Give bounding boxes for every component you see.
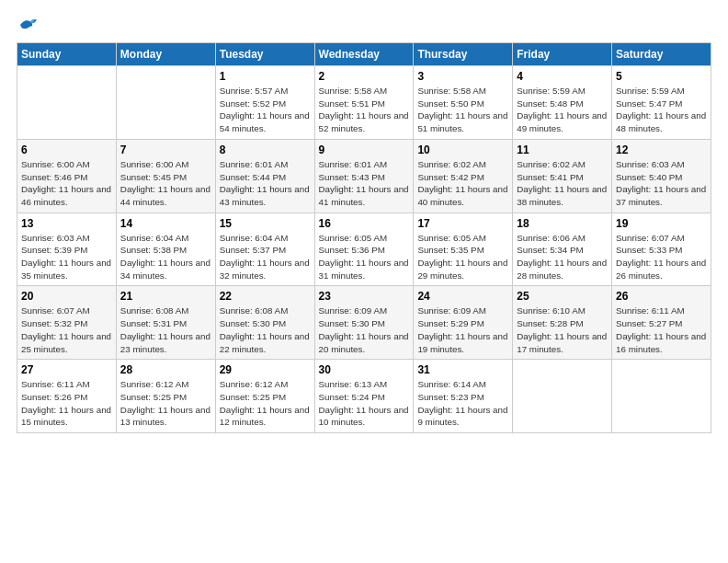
calendar-cell: 9Sunrise: 6:01 AMSunset: 5:43 PMDaylight… (314, 139, 414, 213)
calendar-cell: 18Sunrise: 6:06 AMSunset: 5:34 PMDayligh… (513, 213, 612, 286)
calendar-cell: 24Sunrise: 6:09 AMSunset: 5:29 PMDayligh… (414, 286, 513, 360)
calendar-cell: 21Sunrise: 6:08 AMSunset: 5:31 PMDayligh… (116, 286, 215, 360)
calendar-cell: 17Sunrise: 6:05 AMSunset: 5:35 PMDayligh… (414, 213, 513, 286)
header (17, 17, 711, 33)
day-info: Sunrise: 6:04 AMSunset: 5:38 PMDaylight:… (120, 232, 211, 282)
day-number: 5 (616, 70, 707, 83)
day-info: Sunrise: 6:09 AMSunset: 5:29 PMDaylight:… (417, 304, 508, 355)
weekday-header-friday: Friday (513, 43, 612, 66)
day-number: 25 (517, 290, 608, 303)
day-info: Sunrise: 5:57 AMSunset: 5:52 PMDaylight:… (220, 85, 311, 135)
day-number: 4 (517, 70, 608, 83)
day-number: 24 (417, 290, 508, 303)
calendar-table: SundayMondayTuesdayWednesdayThursdayFrid… (17, 42, 711, 433)
weekday-header-wednesday: Wednesday (314, 43, 414, 66)
calendar-cell: 2Sunrise: 5:58 AMSunset: 5:51 PMDaylight… (314, 66, 414, 140)
day-info: Sunrise: 5:59 AMSunset: 5:48 PMDaylight:… (517, 85, 608, 135)
calendar-cell: 1Sunrise: 5:57 AMSunset: 5:52 PMDaylight… (215, 66, 314, 140)
day-number: 26 (616, 290, 707, 303)
day-info: Sunrise: 6:05 AMSunset: 5:36 PMDaylight:… (319, 232, 410, 282)
day-info: Sunrise: 6:06 AMSunset: 5:34 PMDaylight:… (517, 232, 608, 282)
calendar-page: SundayMondayTuesdayWednesdayThursdayFrid… (0, 0, 728, 563)
day-number: 27 (21, 363, 112, 376)
calendar-cell: 11Sunrise: 6:02 AMSunset: 5:41 PMDayligh… (513, 139, 612, 213)
weekday-header-saturday: Saturday (612, 43, 711, 66)
day-info: Sunrise: 6:09 AMSunset: 5:30 PMDaylight:… (319, 304, 410, 355)
day-info: Sunrise: 6:10 AMSunset: 5:28 PMDaylight:… (517, 304, 608, 355)
day-info: Sunrise: 6:03 AMSunset: 5:39 PMDaylight:… (21, 232, 112, 282)
calendar-cell: 25Sunrise: 6:10 AMSunset: 5:28 PMDayligh… (513, 286, 612, 360)
day-number: 31 (417, 363, 508, 376)
logo-bird-icon (18, 17, 39, 33)
calendar-cell: 10Sunrise: 6:02 AMSunset: 5:42 PMDayligh… (414, 139, 513, 213)
calendar-week-row: 13Sunrise: 6:03 AMSunset: 5:39 PMDayligh… (17, 213, 711, 286)
day-number: 29 (220, 363, 311, 376)
day-number: 8 (220, 144, 311, 156)
day-info: Sunrise: 6:11 AMSunset: 5:27 PMDaylight:… (616, 304, 707, 355)
day-number: 21 (120, 290, 211, 303)
day-info: Sunrise: 6:01 AMSunset: 5:44 PMDaylight:… (220, 158, 311, 209)
day-number: 17 (417, 217, 508, 230)
logo (17, 17, 39, 33)
day-info: Sunrise: 6:02 AMSunset: 5:42 PMDaylight:… (417, 158, 508, 209)
day-info: Sunrise: 6:08 AMSunset: 5:31 PMDaylight:… (120, 304, 211, 355)
day-info: Sunrise: 6:11 AMSunset: 5:26 PMDaylight:… (21, 378, 112, 429)
day-number: 15 (220, 217, 311, 230)
day-number: 16 (319, 217, 410, 230)
day-number: 9 (319, 144, 410, 156)
calendar-cell (116, 66, 215, 140)
calendar-cell (513, 360, 612, 433)
day-number: 14 (120, 217, 211, 230)
day-info: Sunrise: 6:00 AMSunset: 5:45 PMDaylight:… (120, 158, 211, 209)
day-info: Sunrise: 5:58 AMSunset: 5:50 PMDaylight:… (417, 85, 508, 135)
weekday-header-monday: Monday (116, 43, 215, 66)
day-number: 7 (120, 144, 211, 156)
day-info: Sunrise: 6:08 AMSunset: 5:30 PMDaylight:… (220, 304, 311, 355)
day-number: 10 (417, 144, 508, 156)
day-number: 3 (417, 70, 508, 83)
day-number: 20 (21, 290, 112, 303)
day-number: 11 (517, 144, 608, 156)
weekday-header-thursday: Thursday (414, 43, 513, 66)
day-info: Sunrise: 6:12 AMSunset: 5:25 PMDaylight:… (220, 378, 311, 429)
day-info: Sunrise: 6:14 AMSunset: 5:23 PMDaylight:… (417, 378, 508, 429)
weekday-header-tuesday: Tuesday (215, 43, 314, 66)
calendar-cell (612, 360, 711, 433)
calendar-week-row: 27Sunrise: 6:11 AMSunset: 5:26 PMDayligh… (17, 360, 711, 433)
calendar-cell: 3Sunrise: 5:58 AMSunset: 5:50 PMDaylight… (414, 66, 513, 140)
calendar-week-row: 6Sunrise: 6:00 AMSunset: 5:46 PMDaylight… (17, 139, 711, 213)
calendar-cell: 20Sunrise: 6:07 AMSunset: 5:32 PMDayligh… (17, 286, 117, 360)
day-info: Sunrise: 6:04 AMSunset: 5:37 PMDaylight:… (220, 232, 311, 282)
calendar-cell: 19Sunrise: 6:07 AMSunset: 5:33 PMDayligh… (612, 213, 711, 286)
day-info: Sunrise: 6:07 AMSunset: 5:32 PMDaylight:… (21, 304, 112, 355)
day-info: Sunrise: 6:02 AMSunset: 5:41 PMDaylight:… (517, 158, 608, 209)
day-info: Sunrise: 5:58 AMSunset: 5:51 PMDaylight:… (319, 85, 410, 135)
calendar-cell: 4Sunrise: 5:59 AMSunset: 5:48 PMDaylight… (513, 66, 612, 140)
calendar-cell: 31Sunrise: 6:14 AMSunset: 5:23 PMDayligh… (414, 360, 513, 433)
day-number: 19 (616, 217, 707, 230)
weekday-header-sunday: Sunday (17, 43, 117, 66)
calendar-week-row: 20Sunrise: 6:07 AMSunset: 5:32 PMDayligh… (17, 286, 711, 360)
day-number: 12 (616, 144, 707, 156)
day-info: Sunrise: 6:01 AMSunset: 5:43 PMDaylight:… (319, 158, 410, 209)
calendar-cell: 7Sunrise: 6:00 AMSunset: 5:45 PMDaylight… (116, 139, 215, 213)
day-info: Sunrise: 6:13 AMSunset: 5:24 PMDaylight:… (319, 378, 410, 429)
day-info: Sunrise: 5:59 AMSunset: 5:47 PMDaylight:… (616, 85, 707, 135)
day-info: Sunrise: 6:12 AMSunset: 5:25 PMDaylight:… (120, 378, 211, 429)
day-number: 6 (21, 144, 112, 156)
calendar-cell: 14Sunrise: 6:04 AMSunset: 5:38 PMDayligh… (116, 213, 215, 286)
calendar-cell: 27Sunrise: 6:11 AMSunset: 5:26 PMDayligh… (17, 360, 117, 433)
calendar-cell: 13Sunrise: 6:03 AMSunset: 5:39 PMDayligh… (17, 213, 117, 286)
calendar-cell: 8Sunrise: 6:01 AMSunset: 5:44 PMDaylight… (215, 139, 314, 213)
calendar-week-row: 1Sunrise: 5:57 AMSunset: 5:52 PMDaylight… (17, 66, 711, 140)
day-number: 30 (319, 363, 410, 376)
calendar-cell: 6Sunrise: 6:00 AMSunset: 5:46 PMDaylight… (17, 139, 117, 213)
day-number: 13 (21, 217, 112, 230)
day-info: Sunrise: 6:05 AMSunset: 5:35 PMDaylight:… (417, 232, 508, 282)
day-number: 2 (319, 70, 410, 83)
calendar-cell: 12Sunrise: 6:03 AMSunset: 5:40 PMDayligh… (612, 139, 711, 213)
calendar-cell: 28Sunrise: 6:12 AMSunset: 5:25 PMDayligh… (116, 360, 215, 433)
day-number: 22 (220, 290, 311, 303)
calendar-cell: 30Sunrise: 6:13 AMSunset: 5:24 PMDayligh… (314, 360, 414, 433)
day-number: 1 (220, 70, 311, 83)
